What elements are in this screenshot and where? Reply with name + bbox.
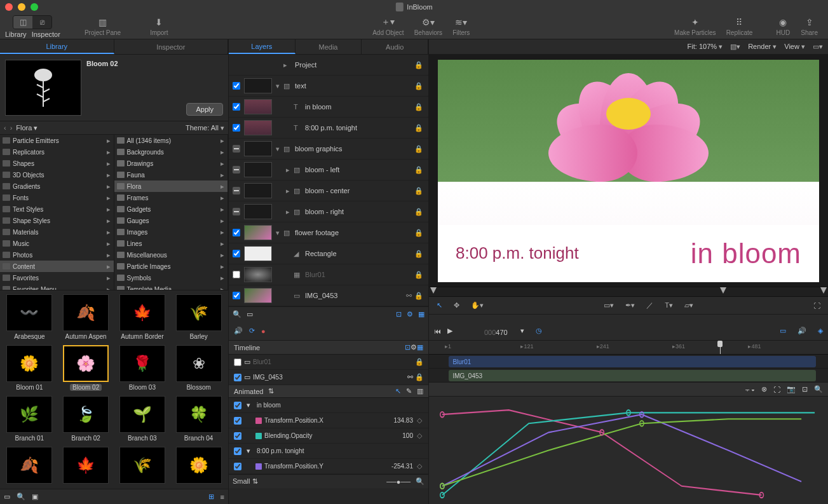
lock-icon[interactable]: 🔒 [414, 82, 426, 90]
curve-editor[interactable] [429, 397, 828, 504]
timeline-clip[interactable]: Blur01 [449, 356, 816, 367]
thumbnail[interactable]: 〰️Arabesque [4, 294, 55, 340]
param-value[interactable]: -254.31 [375, 463, 413, 470]
text-tool-icon[interactable]: T▾ [662, 300, 675, 311]
thumbnail[interactable]: 🍁 [60, 447, 112, 486]
layer-name[interactable]: IMG_0453 [302, 292, 406, 299]
keyframe-icon[interactable]: ◇ [413, 462, 426, 470]
fullscreen-icon[interactable]: ⛶ [811, 301, 823, 311]
layer-name[interactable]: in bloom [302, 103, 414, 111]
category-column-1[interactable]: Particle Emitters▸Replicators▸Shapes▸3D … [0, 135, 114, 290]
rect-tool-icon[interactable]: ▭▾ [601, 300, 616, 311]
param-row[interactable]: Transform.Position.Y-254.31◇ [229, 459, 428, 474]
thumbnail[interactable]: 🌿Branch 01 [4, 396, 55, 442]
disclosure-icon[interactable]: ▾ [276, 229, 283, 237]
clip-lanes[interactable]: Blur01IMG_0453 [429, 355, 828, 383]
nav-forward-icon[interactable]: › [10, 124, 13, 132]
filters-button[interactable]: ≋▾ Filters [447, 15, 475, 37]
tl-opt2-icon[interactable]: ⚙ [411, 343, 417, 351]
param-checkbox[interactable] [234, 432, 241, 440]
share-button[interactable]: ⇪ Share [796, 15, 823, 37]
snapshot-icon[interactable]: 📷 [787, 385, 796, 393]
lock-icon[interactable]: 🔒 [414, 271, 426, 279]
hud-button[interactable]: ◉ HUD [770, 15, 796, 37]
layer-row[interactable]: ▭IMG_0453⚯🔒 [229, 285, 428, 306]
minimize-window-icon[interactable] [18, 3, 25, 11]
theme-popup[interactable]: Theme: All ▾ [186, 124, 224, 132]
bookmark-icon[interactable]: ▣ [32, 493, 38, 501]
thumbnail[interactable]: 🌱Branch 03 [117, 396, 168, 442]
tab-media[interactable]: Media [295, 39, 362, 54]
playhead-icon[interactable] [720, 287, 726, 294]
add-object-button[interactable]: ＋▾ Add Object [367, 15, 409, 37]
zoom-window-icon[interactable] [31, 3, 38, 11]
clock-icon[interactable]: ◷ [536, 327, 542, 335]
thumbnail[interactable]: 🍀Branch 04 [173, 396, 224, 442]
disclosure-icon[interactable]: ▸ [286, 187, 294, 195]
category-row[interactable]: 3D Objects▸ [0, 169, 114, 180]
lock-icon[interactable]: 🔒 [414, 166, 426, 174]
category-row[interactable]: Materials▸ [0, 226, 114, 238]
category-row[interactable]: Gadgets▸ [114, 203, 228, 215]
inspector-toggle[interactable]: ⎚ [32, 16, 51, 29]
param-row[interactable]: Transform.Position.X134.83◇ [229, 413, 428, 428]
layer-row[interactable]: ▸▧bloom - left🔒 [229, 160, 428, 180]
param-checkbox[interactable] [234, 402, 241, 409]
tl-opt1-icon[interactable]: ⊡ [405, 343, 411, 351]
3d-transform-icon[interactable]: ✥ [451, 300, 462, 311]
timeline-ruler[interactable]: ▸1▸121▸241▸361▸481 [429, 341, 828, 355]
category-row[interactable]: Text Styles▸ [0, 203, 114, 215]
layer-name[interactable]: flower footage [292, 229, 414, 236]
category-row[interactable]: Template Media▸ [114, 283, 228, 290]
disclosure-icon[interactable]: ▾ [276, 82, 283, 90]
lock-icon[interactable]: 🔒 [414, 145, 426, 153]
grid-view-icon[interactable]: ⊞ [208, 493, 214, 501]
param-row[interactable]: ▾in bloom [229, 398, 428, 413]
category-row[interactable]: Gauges▸ [114, 215, 228, 226]
param-checkbox[interactable] [234, 417, 241, 425]
keyframe-icon[interactable]: ◇ [413, 432, 426, 440]
thumbnail[interactable]: 🌾 [117, 447, 168, 486]
lock-icon[interactable]: 🔒 [413, 358, 426, 366]
pen-tool-icon[interactable]: ✒▾ [623, 300, 637, 311]
category-row[interactable]: Frames▸ [114, 192, 228, 203]
layer-row[interactable]: ▦Blur01🔒 [229, 264, 428, 285]
layer-opt1-icon[interactable]: ⊡ [396, 310, 402, 318]
arrow-tool-icon[interactable]: ↖ [434, 300, 445, 311]
arrow-tool-small-icon[interactable]: ↖ [395, 387, 401, 395]
param-row[interactable]: Blending.Opacity100◇ [229, 428, 428, 444]
layer-name[interactable]: bloom - left [302, 166, 414, 174]
tab-inspector[interactable]: Inspector [114, 39, 229, 54]
layer-row[interactable]: ▾▧bloom graphics🔒 [229, 139, 428, 160]
thumbnail[interactable]: ❀Blossom [173, 345, 224, 391]
lock-icon[interactable]: 🔒 [414, 61, 426, 69]
thumbnail[interactable]: 🌸Bloom 02 [60, 345, 112, 391]
layer-opt2-icon[interactable]: ⚙ [407, 310, 413, 318]
category-column-2[interactable]: All (1346 items)▸Backgrounds▸Drawings▸Fa… [114, 135, 229, 290]
layer-row[interactable]: ▸Project🔒 [229, 55, 428, 76]
layer-name[interactable]: bloom graphics [292, 145, 414, 153]
project-pane-button[interactable]: ▥ Project Pane [79, 15, 126, 37]
layer-row[interactable]: ▸▧bloom - right🔒 [229, 201, 428, 222]
out-point-icon[interactable] [820, 287, 827, 294]
layer-visible-mixed[interactable] [233, 145, 240, 153]
path-popup[interactable]: Flora ▾ [16, 124, 37, 132]
layer-name[interactable]: Blur01 [302, 271, 414, 278]
zoom-slider[interactable]: ──●── [386, 478, 411, 486]
thumbnail[interactable]: 🌾Barley [173, 294, 224, 340]
category-row[interactable]: Images▸ [114, 226, 228, 238]
record-icon[interactable]: ● [261, 327, 266, 335]
colorspace-popup[interactable]: ▧▾ [730, 43, 740, 51]
disclosure-icon[interactable]: ▸ [286, 166, 294, 174]
fit-curves-icon[interactable]: ⛶ [773, 386, 780, 393]
timeline-row[interactable]: ▭ Blur01🔒 [229, 355, 428, 370]
thumbnail[interactable]: 🌹Bloom 03 [117, 345, 168, 391]
layout-popup[interactable]: ▭▾ [813, 43, 823, 51]
lock-icon[interactable]: 🔒 [414, 124, 426, 132]
category-row[interactable]: Music▸ [0, 238, 114, 249]
category-row[interactable]: Flora▸ [114, 180, 228, 192]
view-popup[interactable]: View ▾ [784, 43, 805, 51]
new-folder-icon[interactable]: ▭ [4, 493, 10, 501]
make-particles-button[interactable]: ✦ Make Particles [669, 15, 721, 37]
row-checkbox[interactable] [234, 374, 241, 381]
